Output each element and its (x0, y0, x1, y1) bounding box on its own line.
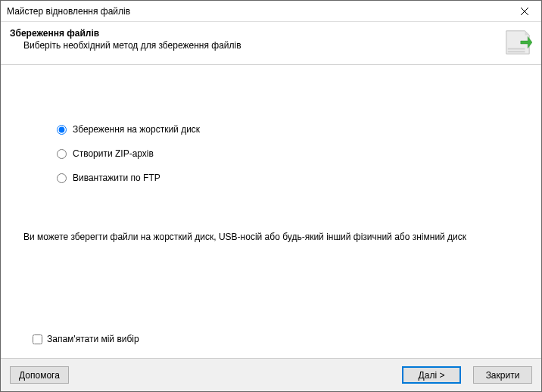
close-button[interactable]: Закрити (473, 366, 532, 384)
wizard-subtitle: Виберіть необхідний метод для збереження… (10, 40, 503, 51)
option-save-ftp-radio[interactable] (57, 173, 67, 183)
wizard-header: Збереження файлів Виберіть необхідний ме… (1, 22, 541, 64)
option-save-zip[interactable]: Створити ZIP-архів (57, 148, 519, 159)
svg-rect-4 (508, 48, 525, 50)
wizard-footer: Допомога Далі > Закрити (1, 359, 541, 391)
wizard-title: Збереження файлів (10, 28, 503, 39)
titlebar: Майстер відновлення файлів (1, 1, 541, 22)
wizard-header-text: Збереження файлів Виберіть необхідний ме… (10, 28, 503, 51)
help-button[interactable]: Допомога (10, 366, 69, 384)
svg-rect-5 (508, 51, 525, 52)
option-save-zip-label: Створити ZIP-архів (73, 148, 154, 159)
close-icon (521, 8, 528, 15)
remember-choice-label: Запам'ятати мій вибір (47, 334, 139, 344)
option-description: Ви можете зберегти файли на жорсткий дис… (23, 232, 519, 242)
option-save-ftp-label: Вивантажити по FTP (73, 173, 160, 183)
remember-choice-checkbox[interactable] (33, 334, 42, 344)
wizard-content: Збереження на жорсткий диск Створити ZIP… (1, 64, 541, 359)
save-disk-icon (503, 28, 532, 57)
option-save-hdd-label: Збереження на жорсткий диск (73, 124, 200, 135)
option-save-hdd[interactable]: Збереження на жорсткий диск (57, 124, 519, 135)
next-button[interactable]: Далі > (402, 366, 461, 384)
option-save-zip-radio[interactable] (57, 149, 67, 159)
window-close-button[interactable] (508, 1, 541, 21)
option-save-ftp[interactable]: Вивантажити по FTP (57, 173, 519, 183)
save-method-options: Збереження на жорсткий диск Створити ZIP… (57, 124, 519, 197)
remember-choice[interactable]: Запам'ятати мій вибір (33, 334, 519, 344)
option-save-hdd-radio[interactable] (57, 125, 67, 135)
window-title: Майстер відновлення файлів (1, 6, 508, 17)
